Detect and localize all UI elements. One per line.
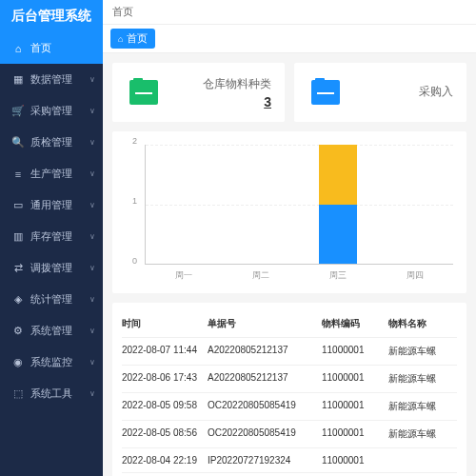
breadcrumb-bar: 首页 bbox=[103, 0, 476, 25]
menu-label: 通用管理 bbox=[30, 198, 89, 212]
home-icon: ⌂ bbox=[118, 34, 123, 44]
card-title: 仓库物料种类 bbox=[173, 76, 271, 92]
chart-plot bbox=[145, 145, 453, 265]
chevron-down-icon: ∨ bbox=[89, 327, 95, 335]
sidebar-item-5[interactable]: ▭ 通用管理 ∨ bbox=[0, 189, 103, 221]
menu-icon: ⌂ bbox=[11, 42, 25, 55]
cell-code: 11000001 bbox=[322, 455, 388, 466]
tab-label: 首页 bbox=[127, 31, 148, 46]
col-code: 物料编码 bbox=[322, 317, 388, 330]
card-title: 采购入 bbox=[355, 84, 453, 100]
menu-label: 系统工具 bbox=[30, 387, 89, 401]
cell-name: 新能源车螺 bbox=[388, 427, 457, 441]
main: 首页 ⌂ 首页 仓库物料种类 3 采购入 012周一周二周三周四 bbox=[103, 0, 476, 476]
menu-label: 生产管理 bbox=[30, 167, 89, 181]
cell-name: 新能源车螺 bbox=[388, 345, 457, 358]
menu-label: 库存管理 bbox=[30, 229, 89, 244]
menu-icon: ◉ bbox=[11, 356, 25, 369]
chevron-down-icon: ∨ bbox=[89, 201, 95, 209]
menu-icon: ⇄ bbox=[11, 262, 25, 275]
cell-code: 11000001 bbox=[322, 345, 388, 358]
chevron-down-icon: ∨ bbox=[89, 138, 95, 147]
col-name: 物料名称 bbox=[388, 317, 457, 330]
col-doc: 单据号 bbox=[208, 317, 322, 330]
tab-home[interactable]: ⌂ 首页 bbox=[110, 29, 155, 49]
chevron-down-icon: ∨ bbox=[89, 107, 95, 115]
menu-label: 系统管理 bbox=[30, 324, 89, 338]
menu-icon: ▥ bbox=[11, 230, 25, 244]
menu-label: 采购管理 bbox=[30, 104, 89, 118]
chart-panel: 012周一周二周三周四 bbox=[112, 131, 466, 293]
cell-doc: A20220805212137 bbox=[208, 345, 322, 358]
menu-label: 调拨管理 bbox=[30, 261, 89, 275]
sidebar-item-9[interactable]: ⚙ 系统管理 ∨ bbox=[0, 315, 103, 347]
chevron-down-icon: ∨ bbox=[89, 358, 95, 367]
table-row[interactable]: 2022-08-06 17:43 A20220805212137 1100000… bbox=[122, 366, 457, 393]
table-row[interactable]: 2022-08-05 09:58 OC20220805085419 110000… bbox=[122, 393, 457, 421]
chart-y-axis: 012 bbox=[122, 141, 141, 265]
cell-time: 2022-08-07 11:44 bbox=[122, 345, 208, 358]
table-row[interactable]: 2022-08-04 22:19 IP20220727192324 110000… bbox=[122, 448, 457, 473]
col-time: 时间 bbox=[122, 317, 208, 330]
menu-label: 系统监控 bbox=[30, 355, 89, 369]
sidebar-item-1[interactable]: ▦ 数据管理 ∨ bbox=[0, 64, 103, 95]
logo: 后台管理系统 bbox=[0, 0, 103, 32]
chevron-down-icon: ∨ bbox=[89, 295, 95, 304]
x-tick: 周一 bbox=[145, 267, 222, 284]
card-value: 3 bbox=[173, 94, 271, 109]
sidebar-item-8[interactable]: ◈ 统计管理 ∨ bbox=[0, 284, 103, 315]
menu-label: 统计管理 bbox=[30, 292, 89, 307]
bar-col bbox=[146, 145, 223, 264]
cell-time: 2022-08-05 09:58 bbox=[122, 400, 208, 413]
bar-col bbox=[223, 145, 300, 264]
menu-icon: ▦ bbox=[11, 73, 25, 87]
cell-doc: OC20220805085419 bbox=[208, 400, 322, 413]
chevron-down-icon: ∨ bbox=[89, 389, 95, 398]
sidebar-item-6[interactable]: ▥ 库存管理 ∨ bbox=[0, 221, 103, 252]
cell-code: 11000001 bbox=[322, 372, 388, 386]
bar-segment bbox=[319, 145, 357, 205]
sidebar-item-11[interactable]: ⬚ 系统工具 ∨ bbox=[0, 378, 103, 409]
content: 仓库物料种类 3 采购入 012周一周二周三周四 时间 单据号 物料编码 物料名… bbox=[103, 53, 476, 476]
menu-label: 首页 bbox=[30, 41, 95, 55]
menu-icon: ◈ bbox=[11, 293, 25, 307]
cell-doc: A20220805212137 bbox=[208, 372, 322, 386]
table-row[interactable]: 2022-08-07 11:44 A20220805212137 1100000… bbox=[122, 338, 457, 366]
breadcrumb: 首页 bbox=[112, 5, 133, 19]
chart-x-axis: 周一周二周三周四 bbox=[145, 267, 453, 284]
table-row[interactable]: 2022-08-05 08:56 OC20220805085419 110000… bbox=[122, 421, 457, 448]
sidebar-item-3[interactable]: 🔍 质检管理 ∨ bbox=[0, 127, 103, 158]
cell-time: 2022-08-05 08:56 bbox=[122, 427, 208, 441]
svg-rect-4 bbox=[315, 78, 325, 84]
y-tick: 0 bbox=[132, 256, 137, 266]
sidebar-menu: ⌂ 首页 ▦ 数据管理 ∨🛒 采购管理 ∨🔍 质检管理 ∨≡ 生产管理 ∨▭ 通… bbox=[0, 32, 103, 476]
x-tick: 周三 bbox=[299, 267, 376, 284]
chevron-down-icon: ∨ bbox=[89, 169, 95, 178]
card-text: 仓库物料种类 3 bbox=[173, 76, 271, 109]
sidebar-item-0[interactable]: ⌂ 首页 bbox=[0, 32, 103, 64]
stat-card-0[interactable]: 仓库物料种类 3 bbox=[112, 63, 285, 122]
sidebar-item-7[interactable]: ⇄ 调拨管理 ∨ bbox=[0, 252, 103, 284]
table-header: 时间 单据号 物料编码 物料名称 bbox=[122, 310, 457, 338]
bars bbox=[146, 145, 453, 264]
card-text: 采购入 bbox=[355, 84, 453, 102]
card-icon bbox=[126, 74, 162, 110]
menu-icon: ≡ bbox=[11, 168, 25, 181]
sidebar-item-10[interactable]: ◉ 系统监控 ∨ bbox=[0, 347, 103, 378]
y-tick: 1 bbox=[132, 196, 137, 206]
stat-cards: 仓库物料种类 3 采购入 bbox=[112, 63, 466, 122]
sidebar-item-2[interactable]: 🛒 采购管理 ∨ bbox=[0, 95, 103, 127]
sidebar: 后台管理系统 ⌂ 首页 ▦ 数据管理 ∨🛒 采购管理 ∨🔍 质检管理 ∨≡ 生产… bbox=[0, 0, 103, 476]
chevron-down-icon: ∨ bbox=[89, 75, 95, 84]
sidebar-item-4[interactable]: ≡ 生产管理 ∨ bbox=[0, 158, 103, 189]
x-tick: 周四 bbox=[376, 267, 453, 284]
menu-icon: ⬚ bbox=[11, 387, 25, 401]
cell-doc: IP20220727192324 bbox=[208, 455, 322, 466]
stat-card-1[interactable]: 采购入 bbox=[294, 63, 466, 122]
svg-rect-1 bbox=[133, 78, 143, 84]
cell-time: 2022-08-04 22:19 bbox=[122, 455, 208, 466]
menu-icon: ⚙ bbox=[11, 325, 25, 338]
cell-name bbox=[388, 455, 457, 466]
menu-icon: 🛒 bbox=[11, 105, 25, 118]
bar-col bbox=[376, 145, 453, 264]
